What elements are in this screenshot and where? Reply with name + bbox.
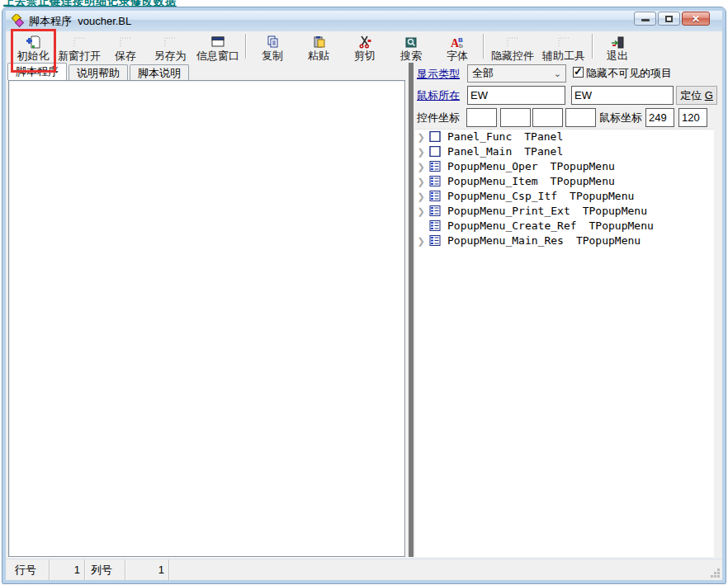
disabled-placeholder-icon xyxy=(505,35,520,50)
tab-help[interactable]: 说明帮助 xyxy=(69,64,128,80)
display-type-value: 全部 xyxy=(472,66,494,81)
copy-button[interactable]: 复制 xyxy=(251,32,294,62)
minimize-button[interactable] xyxy=(634,12,656,26)
expand-chevron-icon[interactable]: ❯ xyxy=(415,189,427,204)
font-button[interactable]: A B b 字体 xyxy=(436,32,479,62)
toolbar-separator xyxy=(245,34,247,59)
maximize-icon xyxy=(665,16,673,22)
resize-grip-icon xyxy=(711,568,721,578)
status-line-label: 行号 xyxy=(6,559,50,580)
control-coord-input-3[interactable] xyxy=(532,108,563,127)
toolbar-separator xyxy=(483,34,485,59)
status-spacer xyxy=(169,559,707,580)
disabled-placeholder-icon xyxy=(72,35,87,50)
toolbar-button-label: 初始化 xyxy=(17,50,50,62)
expand-chevron-icon[interactable]: ❯ xyxy=(415,130,427,144)
search-button[interactable]: 搜索 xyxy=(390,32,433,62)
expand-chevron-icon[interactable]: ❯ xyxy=(415,159,427,174)
control-coord-input-1[interactable] xyxy=(466,108,497,127)
panel-icon xyxy=(429,146,441,157)
tree-item[interactable]: ❯PopupMenu_Create_RefTPopupMenu xyxy=(415,219,714,234)
cut-button[interactable]: 剪切 xyxy=(343,32,386,62)
copy-icon xyxy=(265,35,280,50)
mouse-coords-label: 鼠标坐标 xyxy=(599,111,642,125)
maximize-button[interactable] xyxy=(658,12,680,26)
tree-item[interactable]: ❯PopupMenu_Csp_ItfTPopupMenu xyxy=(415,189,714,204)
chevron-down-icon: ⌄ xyxy=(554,68,565,79)
toolbar-button-label: 剪切 xyxy=(354,50,376,62)
resize-grip[interactable] xyxy=(707,559,722,580)
expand-chevron-icon[interactable]: ❯ xyxy=(415,234,427,248)
exit-button[interactable]: 退出 xyxy=(598,32,637,62)
toolbar: 初始化 新窗打开 保存 xyxy=(6,31,722,63)
status-bar: 行号 1 列号 1 xyxy=(6,559,722,580)
popup-menu-icon xyxy=(429,191,441,201)
cut-icon xyxy=(357,35,372,50)
display-type-select[interactable]: 全部 ⌄ xyxy=(467,64,566,83)
toolbar-button-label: 复制 xyxy=(262,50,283,62)
paste-button[interactable]: 粘贴 xyxy=(297,32,340,62)
toolbar-separator xyxy=(592,34,593,59)
toolbar-button-label: 隐藏控件 xyxy=(491,50,534,62)
background-window-clipped-text: 上去禁止键连接明细记录修改数据 xyxy=(3,0,177,7)
toolbar-button-label: 保存 xyxy=(115,50,136,62)
inspector-panel: 显示类型 全部 ⌄ 隐藏不可见的项目 鼠标所在 定位 G 控件坐标 鼠标坐标 xyxy=(414,63,720,129)
hide-controls-button[interactable]: 隐藏控件 xyxy=(489,32,537,62)
tree-item[interactable]: ❯Panel_FuncTPanel xyxy=(415,130,714,144)
popup-menu-icon xyxy=(429,161,441,172)
tab-bar: 脚本程序 说明帮助 脚本说明 xyxy=(7,63,191,80)
hide-invisible-label: 隐藏不可见的项目 xyxy=(586,66,672,81)
status-col-label: 列号 xyxy=(85,559,125,580)
disabled-placeholder-icon xyxy=(556,35,571,50)
popup-menu-icon xyxy=(429,220,441,231)
mouse-in-input-1[interactable] xyxy=(467,86,565,105)
tab-script-program[interactable]: 脚本程序 xyxy=(7,63,67,80)
panel-splitter[interactable] xyxy=(409,63,414,557)
expand-chevron-icon[interactable]: ❯ xyxy=(415,204,427,219)
mouse-x-input[interactable] xyxy=(645,108,674,127)
toolbar-button-label: 搜索 xyxy=(400,50,422,62)
open-new-window-button[interactable]: 新窗打开 xyxy=(56,32,102,62)
toolbar-button-label: 新窗打开 xyxy=(58,50,101,62)
toolbar-button-label: 粘贴 xyxy=(308,50,329,62)
locate-button[interactable]: 定位 G xyxy=(676,86,717,105)
svg-text:b: b xyxy=(459,42,463,49)
tree-item[interactable]: ❯PopupMenu_OperTPopupMenu xyxy=(415,159,714,174)
tree-item[interactable]: ❯PopupMenu_Print_ExtTPopupMenu xyxy=(415,204,714,219)
paste-icon xyxy=(311,35,326,50)
control-coord-input-2[interactable] xyxy=(500,108,531,127)
mouse-in-input-2[interactable] xyxy=(571,86,674,105)
init-doc-icon xyxy=(26,35,40,50)
minimize-icon xyxy=(641,19,650,21)
close-icon: ✕ xyxy=(692,13,700,25)
font-icon: A B b xyxy=(450,35,465,50)
save-as-button[interactable]: 另存为 xyxy=(149,32,191,62)
control-coord-input-4[interactable] xyxy=(565,108,596,127)
status-col-value: 1 xyxy=(125,559,169,580)
expand-chevron-icon[interactable]: ❯ xyxy=(415,144,427,159)
save-button[interactable]: 保存 xyxy=(106,32,145,62)
toolbar-button-label: 退出 xyxy=(607,50,628,62)
script-editor-area[interactable] xyxy=(8,80,405,557)
disabled-placeholder-icon xyxy=(118,35,133,50)
window-title: 脚本程序 voucher.BL xyxy=(29,14,131,29)
close-button[interactable]: ✕ xyxy=(682,12,710,26)
tab-script-description[interactable]: 脚本说明 xyxy=(130,64,189,80)
toolbar-button-label: 辅助工具 xyxy=(542,50,585,62)
popup-menu-icon xyxy=(429,235,441,246)
display-type-label: 显示类型 xyxy=(417,67,460,82)
tree-item[interactable]: ❯PopupMenu_ItemTPopupMenu xyxy=(415,174,714,189)
app-window: 脚本程序 voucher.BL ✕ 初始化 xyxy=(2,7,726,583)
tree-item[interactable]: ❯PopupMenu_Main_ResTPopupMenu xyxy=(415,234,714,248)
init-button[interactable]: 初始化 xyxy=(13,32,53,62)
title-bar: 脚本程序 voucher.BL ✕ xyxy=(6,11,722,31)
exit-icon xyxy=(610,35,625,50)
control-coords-label: 控件坐标 xyxy=(417,111,460,125)
mouse-y-input[interactable] xyxy=(678,108,707,127)
aux-tools-button[interactable]: 辅助工具 xyxy=(540,32,588,62)
popup-menu-icon xyxy=(429,176,441,186)
hide-invisible-checkbox[interactable] xyxy=(573,67,584,78)
info-window-button[interactable]: 信息窗口 xyxy=(195,32,241,62)
tree-item[interactable]: ❯Panel_MainTPanel xyxy=(415,144,714,159)
expand-chevron-icon[interactable]: ❯ xyxy=(415,174,427,189)
